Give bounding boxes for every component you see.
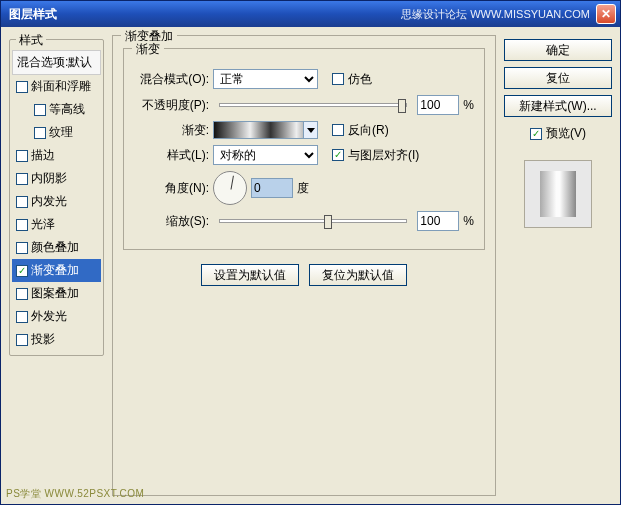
style-stroke[interactable]: 描边 <box>12 144 101 167</box>
styles-group-title: 样式 <box>16 32 46 49</box>
close-icon[interactable]: ✕ <box>596 4 616 24</box>
style-outer-glow[interactable]: 外发光 <box>12 305 101 328</box>
style-bevel[interactable]: 斜面和浮雕 <box>12 75 101 98</box>
checkbox-icon[interactable] <box>34 104 46 116</box>
style-label: 样式(L): <box>134 147 209 164</box>
align-label: 与图层对齐(I) <box>348 147 419 164</box>
dither-checkbox[interactable] <box>332 73 344 85</box>
percent-unit: % <box>463 98 474 112</box>
blend-mode-label: 混合模式(O): <box>134 71 209 88</box>
checkbox-icon[interactable] <box>16 150 28 162</box>
style-texture[interactable]: 纹理 <box>12 121 101 144</box>
gradient-overlay-panel: 渐变叠加 渐变 混合模式(O): 正常 仿色 不透明度(P): % <box>112 35 496 496</box>
align-checkbox[interactable]: ✓ <box>332 149 344 161</box>
reverse-label: 反向(R) <box>348 122 389 139</box>
preview-swatch <box>524 160 592 228</box>
style-drop-shadow[interactable]: 投影 <box>12 328 101 351</box>
checkbox-icon[interactable] <box>16 219 28 231</box>
make-default-button[interactable]: 设置为默认值 <box>201 264 299 286</box>
style-contour[interactable]: 等高线 <box>12 98 101 121</box>
style-gradient-overlay[interactable]: ✓渐变叠加 <box>12 259 101 282</box>
checkbox-icon[interactable]: ✓ <box>16 265 28 277</box>
blend-mode-select[interactable]: 正常 <box>213 69 318 89</box>
cancel-button[interactable]: 复位 <box>504 67 612 89</box>
footer-watermark: PS学堂 WWW.52PSXT.COM <box>6 487 144 501</box>
preview-label: 预览(V) <box>546 125 586 142</box>
gradient-picker[interactable] <box>213 121 318 139</box>
angle-label: 角度(N): <box>134 180 209 197</box>
opacity-label: 不透明度(P): <box>134 97 209 114</box>
checkbox-icon[interactable] <box>16 242 28 254</box>
checkbox-icon[interactable] <box>16 196 28 208</box>
new-style-button[interactable]: 新建样式(W)... <box>504 95 612 117</box>
opacity-slider[interactable] <box>219 103 407 107</box>
style-select[interactable]: 对称的 <box>213 145 318 165</box>
reverse-checkbox[interactable] <box>332 124 344 136</box>
reset-default-button[interactable]: 复位为默认值 <box>309 264 407 286</box>
checkbox-icon[interactable] <box>16 311 28 323</box>
titlebar: 图层样式 思缘设计论坛 WWW.MISSYUAN.COM ✕ <box>1 1 620 27</box>
blend-options-default[interactable]: 混合选项:默认 <box>12 50 101 75</box>
angle-dial[interactable] <box>213 171 247 205</box>
preview-checkbox[interactable]: ✓ <box>530 128 542 140</box>
style-satin[interactable]: 光泽 <box>12 213 101 236</box>
gradient-settings: 渐变 混合模式(O): 正常 仿色 不透明度(P): % <box>123 48 485 250</box>
scale-input[interactable] <box>417 211 459 231</box>
window-title: 图层样式 <box>5 6 401 23</box>
watermark-text: 思缘设计论坛 WWW.MISSYUAN.COM <box>401 7 590 22</box>
checkbox-icon[interactable] <box>16 288 28 300</box>
style-inner-glow[interactable]: 内发光 <box>12 190 101 213</box>
percent-unit: % <box>463 214 474 228</box>
checkbox-icon[interactable] <box>16 334 28 346</box>
gradient-label: 渐变: <box>134 122 209 139</box>
opacity-input[interactable] <box>417 95 459 115</box>
checkbox-icon[interactable] <box>16 81 28 93</box>
angle-input[interactable] <box>251 178 293 198</box>
scale-label: 缩放(S): <box>134 213 209 230</box>
checkbox-icon[interactable] <box>34 127 46 139</box>
degree-unit: 度 <box>297 180 309 197</box>
chevron-down-icon[interactable] <box>303 122 317 138</box>
gradient-title: 渐变 <box>132 41 164 58</box>
style-inner-shadow[interactable]: 内阴影 <box>12 167 101 190</box>
styles-group: 样式 混合选项:默认 斜面和浮雕 等高线 纹理 描边 内阴影 内发光 光泽 颜色… <box>9 39 104 356</box>
style-pattern-overlay[interactable]: 图案叠加 <box>12 282 101 305</box>
style-color-overlay[interactable]: 颜色叠加 <box>12 236 101 259</box>
dither-label: 仿色 <box>348 71 372 88</box>
ok-button[interactable]: 确定 <box>504 39 612 61</box>
checkbox-icon[interactable] <box>16 173 28 185</box>
scale-slider[interactable] <box>219 219 407 223</box>
